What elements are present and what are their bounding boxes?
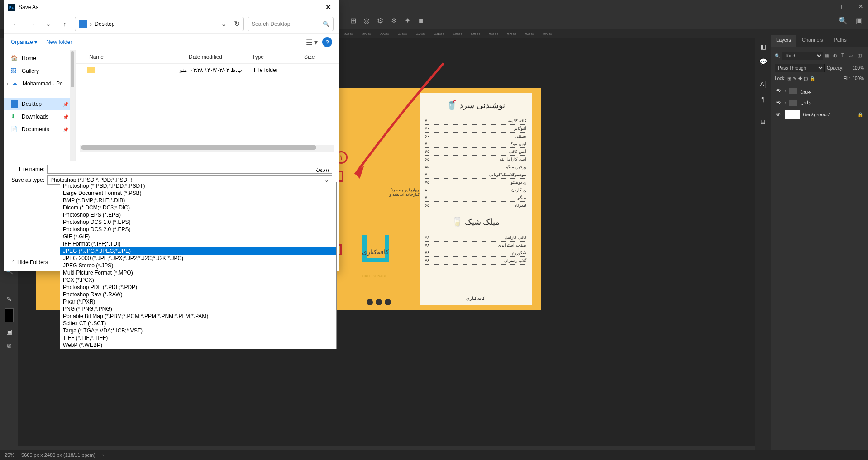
close-icon[interactable]: ✕ [321,2,335,12]
column-size[interactable]: Size [304,54,327,60]
foreground-color[interactable] [5,308,14,322]
type-option[interactable]: Photoshop PDF (*.PDF;*.PDP) [60,284,336,291]
type-option[interactable]: Photoshop DCS 1.0 (*.EPS) [60,218,336,226]
workspace-icon[interactable]: ▣ [854,16,863,25]
type-option[interactable]: Dicom (*.DCM;*.DC3;*.DIC) [60,204,336,211]
type-option[interactable]: PCX (*.PCX) [60,276,336,284]
visibility-icon[interactable]: 👁 [776,100,782,106]
horizontal-scrollbar[interactable] [80,145,334,152]
character-panel-icon[interactable]: A| [756,77,770,91]
layer-item[interactable]: 👁 Background 🔒 [773,109,866,120]
type-option[interactable]: JPEG (*.JPG;*.JPEG;*.JPE) [60,247,336,255]
search-input[interactable]: Search Desktop 🔍 [248,17,334,31]
search-icon[interactable]: 🔍 [839,16,848,25]
layer-item[interactable]: 👁 › بیرون [773,85,866,97]
filename-input[interactable] [47,165,332,174]
type-option[interactable]: Photoshop EPS (*.EPS) [60,211,336,218]
close-window-icon[interactable]: ✕ [858,3,863,10]
type-option[interactable]: Portable Bit Map (*.PBM;*.PGM;*.PPM;*.PN… [60,313,336,320]
type-option[interactable]: Pixar (*.PXR) [60,298,336,305]
paragraph-panel-icon[interactable]: ¶ [756,92,770,106]
type-option[interactable]: Large Document Format (*.PSB) [60,190,336,197]
zoom-level[interactable]: 25% [5,452,14,458]
type-option[interactable]: JPEG 2000 (*.JPF;*.JPX;*.JP2;*.J2C;*.J2K… [60,255,336,262]
quickmask-tool[interactable]: ▣ [1,325,17,338]
visibility-icon[interactable]: 👁 [776,111,782,118]
back-button[interactable]: ← [10,18,22,30]
lock-trans-icon[interactable]: ⊞ [787,76,791,81]
sidebar-item-downloads[interactable]: ⬇ Downloads 📌 [4,110,75,123]
chevron-right-icon[interactable]: › [6,81,8,87]
filter-type-icon[interactable]: T [841,53,848,59]
lock-artboard-icon[interactable]: ▢ [804,76,808,81]
sidebar-item-documents[interactable]: 📄 Documents 📌 [4,123,75,136]
layer-kind-filter[interactable]: Kind [782,52,823,60]
layers-tab[interactable]: Layers [771,35,796,47]
minimize-icon[interactable]: — [823,3,830,10]
chevron-right-icon[interactable]: › [785,100,787,105]
move-icon[interactable]: ✦ [403,16,412,25]
pin-icon[interactable]: 📌 [63,102,68,107]
up-button[interactable]: ↑ [58,18,71,30]
type-option[interactable]: Scitex CT (*.SCT) [60,320,336,327]
lock-all-icon[interactable]: 🔒 [810,76,815,81]
type-option[interactable]: Photoshop (*.PSD;*.PDD;*.PSDT) [60,182,336,190]
lock-paint-icon[interactable]: ✎ [793,76,796,81]
help-icon[interactable]: ? [322,37,332,47]
snap-icon[interactable]: ◎ [362,16,371,25]
sidebar-item-desktop[interactable]: Desktop 📌 [4,98,75,110]
filter-pixel-icon[interactable]: ▦ [825,53,831,59]
paths-tab[interactable]: Paths [829,35,852,47]
sidebar-scrollbar[interactable] [70,50,75,161]
view-mode-icon[interactable]: ☰ ▾ [306,38,318,47]
visibility-icon[interactable]: 👁 [776,88,782,94]
type-option[interactable]: IFF Format (*.IFF;*.TDI) [60,240,336,247]
type-option[interactable]: JPEG Stereo (*.JPS) [60,262,336,269]
screenmode-tool[interactable]: ⎚ [1,339,17,352]
ruler-toggle-icon[interactable]: ⊞ [348,16,358,25]
type-option[interactable]: Photoshop Raw (*.RAW) [60,291,336,298]
layer-item[interactable]: 👁 › داخل [773,97,866,109]
blend-mode-select[interactable]: Pass Through [775,64,825,72]
address-dropdown-icon[interactable]: ⌄ [221,19,227,28]
cache-icon[interactable]: ❄ [389,16,398,25]
camera-icon[interactable]: ■ [416,16,425,25]
status-chevron-icon[interactable]: › [102,452,104,458]
type-option[interactable]: Multi-Picture Format (*.MPO) [60,269,336,276]
address-bar[interactable]: › Desktop ⌄ ↻ [75,17,244,31]
filter-shape-icon[interactable]: ▱ [849,53,856,59]
column-type[interactable]: Type [252,54,304,60]
gradient-panel-icon[interactable]: ◧ [756,40,770,53]
sidebar-item-onedrive[interactable]: › ☁ Mohammad - Pe [4,77,75,90]
recent-dropdown-icon[interactable]: ⌄ [42,18,55,30]
refresh-icon[interactable]: ↻ [234,19,240,28]
pin-icon[interactable]: 📌 [63,114,68,119]
type-option[interactable]: Photoshop DCS 2.0 (*.EPS) [60,226,336,233]
edit-tool[interactable]: ✎ [1,293,17,305]
sidebar-item-gallery[interactable]: 🖼 Gallery [4,65,75,77]
organize-menu[interactable]: Organize ▾ [11,39,37,45]
type-option[interactable]: PNG (*.PNG;*.PNG) [60,305,336,313]
file-row[interactable]: منو ۰۳:۲۸ ب.ظ ۱۴۰۳/۰۲/۰۲ File folder [76,64,339,76]
filter-adjust-icon[interactable]: ◐ [833,53,839,59]
type-option[interactable]: BMP (*.BMP;*.RLE;*.DIB) [60,197,336,204]
gear-icon[interactable]: ⚙ [376,16,385,25]
maximize-icon[interactable]: ▢ [841,3,847,10]
column-date[interactable]: Date modified [189,54,252,60]
glyph-panel-icon[interactable]: ⊞ [756,115,770,128]
new-folder-button[interactable]: New folder [46,39,72,45]
type-option[interactable]: WebP (*.WEBP) [60,341,336,349]
type-option[interactable]: TIFF (*.TIF;*.TIFF) [60,334,336,341]
type-option[interactable]: GIF (*.GIF) [60,233,336,240]
pin-icon[interactable]: 📌 [63,127,68,132]
lock-move-icon[interactable]: ✥ [798,76,802,81]
opacity-value[interactable]: 100% [852,66,864,71]
filter-smart-icon[interactable]: ◫ [858,53,864,59]
more-tool[interactable]: ⋯ [1,279,17,291]
column-name[interactable]: Name [76,54,189,60]
type-option[interactable]: Targa (*.TGA;*.VDA;*.ICB;*.VST) [60,327,336,334]
fill-value[interactable]: 100% [852,76,864,81]
comment-panel-icon[interactable]: 💬 [756,55,770,68]
forward-button[interactable]: → [26,18,38,30]
chevron-right-icon[interactable]: › [785,88,787,94]
